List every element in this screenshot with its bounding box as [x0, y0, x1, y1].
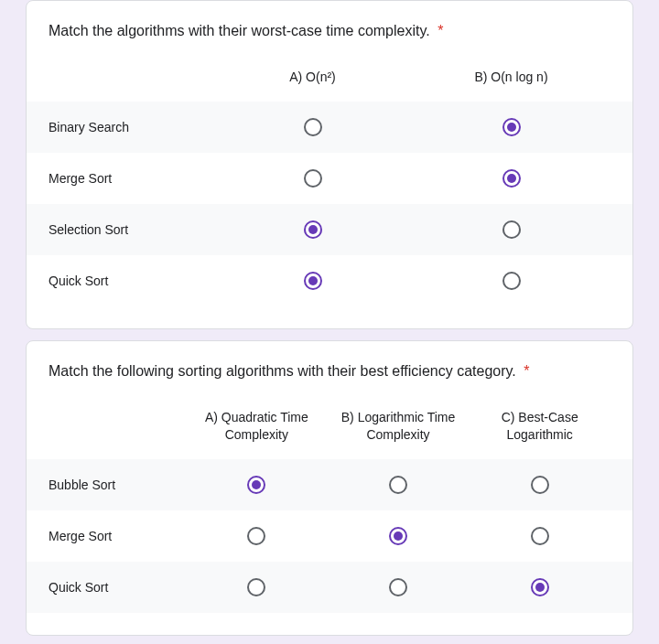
row-label: Binary Search — [49, 120, 213, 134]
question-card: Match the following sorting algorithms w… — [26, 340, 633, 636]
grid-row: Merge Sort — [27, 510, 632, 562]
radio-cell — [328, 527, 470, 545]
required-indicator: * — [438, 23, 443, 38]
radio-option[interactable] — [247, 527, 265, 545]
header-spacer — [49, 402, 186, 452]
question-title: Match the following sorting algorithms w… — [49, 363, 610, 380]
radio-cell — [186, 578, 328, 596]
grid-row: Bubble Sort — [27, 459, 632, 510]
radio-cell — [469, 578, 610, 596]
radio-option[interactable] — [304, 220, 322, 239]
radio-cell — [469, 476, 610, 494]
grid-row: Selection Sort — [27, 204, 632, 255]
column-header: B) O(n log n) — [412, 61, 610, 94]
radio-cell — [412, 118, 610, 136]
row-label: Quick Sort — [49, 580, 186, 595]
radio-grid: A) Quadratic Time Complexity B) Logarith… — [27, 402, 632, 613]
radio-option[interactable] — [502, 118, 521, 136]
radio-cell — [186, 476, 328, 494]
column-header: C) Best-Case Logarithmic — [469, 402, 610, 452]
radio-cell — [213, 118, 412, 136]
column-header: A) O(n²) — [213, 61, 412, 94]
grid-row: Merge Sort — [27, 153, 632, 204]
radio-option[interactable] — [304, 118, 322, 136]
radio-option[interactable] — [531, 476, 549, 494]
radio-option[interactable] — [247, 476, 265, 494]
radio-cell — [412, 169, 610, 188]
grid-row: Quick Sort — [27, 255, 632, 306]
radio-grid: A) O(n²) B) O(n log n) Binary Search Mer… — [27, 61, 632, 306]
radio-cell — [328, 578, 470, 596]
radio-option[interactable] — [389, 527, 407, 545]
radio-cell — [213, 272, 412, 290]
row-label: Merge Sort — [49, 171, 213, 186]
radio-option[interactable] — [389, 476, 407, 494]
radio-option[interactable] — [304, 169, 322, 188]
radio-option[interactable] — [531, 527, 549, 545]
grid-row: Binary Search — [27, 102, 632, 153]
header-spacer — [49, 61, 213, 94]
radio-option[interactable] — [502, 272, 521, 290]
row-label: Merge Sort — [49, 529, 186, 543]
question-card: Match the algorithms with their worst-ca… — [26, 0, 633, 329]
grid-body: Bubble Sort Merge Sort Quick Sort — [27, 459, 632, 613]
radio-cell — [213, 220, 412, 239]
radio-option[interactable] — [531, 578, 549, 596]
question-text: Match the algorithms with their worst-ca… — [49, 23, 430, 38]
grid-row: Quick Sort — [27, 562, 632, 613]
radio-cell — [186, 527, 328, 545]
radio-option[interactable] — [247, 578, 265, 596]
grid-header: A) O(n²) B) O(n log n) — [27, 61, 632, 102]
row-label: Quick Sort — [49, 274, 213, 288]
row-label: Bubble Sort — [49, 478, 186, 492]
radio-cell — [213, 169, 412, 188]
row-label: Selection Sort — [49, 222, 213, 237]
radio-cell — [328, 476, 470, 494]
question-title: Match the algorithms with their worst-ca… — [49, 23, 610, 39]
question-text: Match the following sorting algorithms w… — [49, 363, 516, 379]
grid-body: Binary Search Merge Sort Selection Sort … — [27, 102, 632, 306]
radio-option[interactable] — [502, 169, 521, 188]
required-indicator: * — [524, 363, 529, 379]
column-header: B) Logarithmic Time Complexity — [328, 402, 470, 452]
radio-cell — [469, 527, 610, 545]
column-header: A) Quadratic Time Complexity — [186, 402, 328, 452]
radio-cell — [412, 272, 610, 290]
radio-cell — [412, 220, 610, 239]
radio-option[interactable] — [502, 220, 521, 239]
radio-option[interactable] — [389, 578, 407, 596]
radio-option[interactable] — [304, 272, 322, 290]
grid-header: A) Quadratic Time Complexity B) Logarith… — [27, 402, 632, 459]
